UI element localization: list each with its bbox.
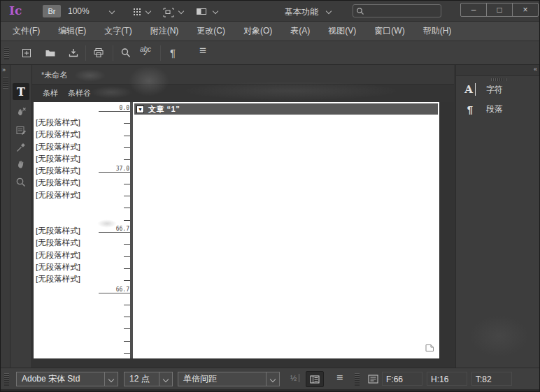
search-tool-icon[interactable]: [120, 47, 132, 62]
toolbar-menu-icon[interactable]: ≡: [199, 44, 206, 58]
paragraph-panel-label: 段落: [486, 103, 503, 115]
minimize-button[interactable]: –: [461, 3, 487, 16]
menu-window[interactable]: 窗口(W): [365, 25, 413, 37]
dock-drag-handle[interactable]: [3, 78, 8, 89]
menu-file[interactable]: 文件(F): [3, 25, 49, 37]
print-icon[interactable]: [92, 47, 105, 62]
story-header[interactable]: ▼ 文章 “1”: [134, 103, 438, 115]
overset-page-icon[interactable]: [424, 343, 436, 356]
close-button[interactable]: ×: [513, 3, 538, 16]
eyedropper-tool-icon: [15, 141, 27, 154]
paragraph-style-label: [无段落样式]: [36, 129, 120, 140]
toolbar-separator: [85, 45, 86, 61]
type-tool-icon: T: [17, 85, 25, 99]
panel-item-character[interactable]: A 字符: [463, 83, 503, 96]
bridge-button[interactable]: Br: [43, 5, 61, 17]
control-bar-menu-icon[interactable]: ≡: [336, 372, 343, 384]
paragraph-style-label: [无段落样式]: [36, 237, 120, 249]
arrange-documents-chevron-icon[interactable]: [213, 8, 218, 14]
font-size-value: 12 点: [125, 373, 159, 385]
arrange-documents-icon[interactable]: [195, 6, 208, 20]
view-tab-bar: 条样 条样谷: [32, 85, 454, 102]
save-content-icon[interactable]: [67, 47, 80, 62]
fit-count: F:66: [386, 375, 403, 384]
character-panel-icon: A: [464, 83, 476, 96]
search-input[interactable]: [364, 6, 434, 16]
menu-notes[interactable]: 附注(N): [141, 25, 188, 37]
paragraph-style-label: [无段落样式]: [36, 273, 120, 285]
leading-value: 单倍间距: [178, 373, 266, 385]
leading-chevron-icon[interactable]: [266, 372, 279, 386]
workspace-switcher[interactable]: 基本功能: [285, 6, 318, 18]
frame-view-icon[interactable]: [162, 6, 174, 20]
spell-check-icon[interactable]: abc ✓: [140, 45, 151, 53]
paragraph-panel-icon: ¶: [463, 103, 477, 115]
line-count: H:16: [431, 375, 448, 384]
search-box[interactable]: [353, 4, 441, 17]
menu-help[interactable]: 帮助(H): [414, 25, 461, 37]
check-icon: ✓: [143, 50, 148, 57]
menu-table[interactable]: 表(A): [281, 25, 319, 37]
new-document-icon[interactable]: [20, 47, 33, 62]
story-editing-area[interactable]: ▼ 文章 “1”: [133, 102, 439, 358]
story-collapse-icon[interactable]: ▼: [136, 106, 144, 113]
font-size-select[interactable]: 12 点: [124, 372, 173, 386]
panel-item-paragraph[interactable]: ¶ 段落: [463, 103, 503, 115]
zoom-dropdown-chevron-icon[interactable]: [109, 8, 115, 14]
right-panel-dock: « A 字符 ¶ 段落: [455, 65, 540, 368]
menu-object[interactable]: 对象(O): [234, 25, 281, 37]
control-bar-drag-handle[interactable]: [4, 373, 9, 386]
view-tab-story[interactable]: 条样谷: [68, 88, 91, 99]
section-drag-handle[interactable]: [355, 373, 360, 386]
window-controls: – □ ×: [460, 3, 539, 17]
paragraph-style-label: [无段落样式]: [36, 177, 120, 189]
zoom-tool[interactable]: [13, 174, 29, 191]
open-folder-icon[interactable]: [44, 47, 57, 62]
paragraph-style-label: [无段落样式]: [36, 141, 120, 153]
font-family-chevron-icon[interactable]: [104, 372, 118, 386]
paragraph-style-label: [无段落样式]: [36, 165, 120, 177]
tools-panel: T: [10, 65, 32, 368]
paragraph-style-label: [无段落样式]: [36, 189, 120, 201]
panel-drag-handle[interactable]: [491, 78, 506, 81]
info-column-icon: [309, 375, 320, 384]
position-tool[interactable]: [13, 104, 29, 121]
superscript-toggle-icon[interactable]: ½: [290, 374, 299, 382]
expand-dock-icon[interactable]: »: [2, 66, 5, 73]
note-tool[interactable]: [13, 122, 29, 139]
story-title: 文章 “1”: [148, 104, 180, 115]
document-tab[interactable]: *未命名: [41, 70, 67, 80]
font-family-value: Adobe 宋体 Std: [17, 373, 104, 385]
menu-type[interactable]: 文字(T): [95, 25, 141, 37]
galley-info-toggle[interactable]: [306, 371, 324, 387]
char-count: T:82: [476, 375, 492, 384]
left-dock-strip: »: [1, 65, 10, 368]
eyedropper-tool[interactable]: [13, 139, 29, 156]
font-size-chevron-icon[interactable]: [159, 372, 172, 386]
frame-view-chevron-icon[interactable]: [178, 8, 184, 14]
application-toolbar: abc ✓ ¶ ≡: [1, 41, 539, 65]
hand-tool[interactable]: [13, 156, 29, 173]
view-options-chevron-icon[interactable]: [145, 8, 151, 14]
collapse-dock-icon[interactable]: «: [534, 66, 537, 73]
type-tool[interactable]: T: [13, 83, 29, 100]
paragraph-style-label: [无段落样式]: [36, 117, 120, 129]
toolbar-drag-handle[interactable]: [4, 47, 9, 59]
menu-view[interactable]: 视图(V): [319, 25, 365, 37]
paragraph-style-label: [无段落样式]: [36, 249, 120, 261]
font-family-select[interactable]: Adobe 宋体 Std: [16, 372, 118, 386]
zoom-tool-icon: [15, 176, 27, 189]
right-panel-header: «: [456, 65, 540, 76]
view-tab-galley[interactable]: 条样: [43, 88, 58, 99]
toolbar-separator: [113, 45, 113, 61]
view-options-icon[interactable]: [132, 6, 143, 20]
maximize-button[interactable]: □: [487, 3, 513, 16]
menu-changes[interactable]: 更改(C): [187, 25, 234, 37]
zoom-level-value[interactable]: 100%: [68, 6, 90, 16]
leading-select[interactable]: 单倍间距: [178, 372, 280, 386]
show-hidden-characters-icon[interactable]: ¶: [170, 47, 176, 59]
workspace-chevron-icon[interactable]: [326, 8, 332, 14]
window-bottom-strip: [1, 389, 539, 392]
menu-edit[interactable]: 编辑(E): [49, 25, 95, 37]
galley-view: [无段落样式] [无段落样式] [无段落样式] [无段落样式] [无段落样式] …: [34, 102, 439, 358]
